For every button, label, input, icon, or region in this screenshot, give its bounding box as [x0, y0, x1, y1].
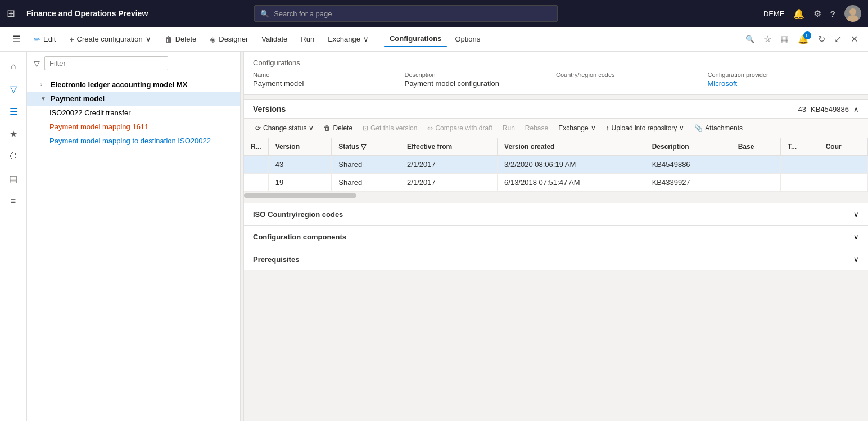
hamburger-btn[interactable]: ☰ [7, 30, 26, 48]
help-icon[interactable]: ? [830, 9, 835, 19]
expand-icon[interactable]: ⤢ [831, 30, 845, 48]
config-col-description: Description Payment model configuration [405, 71, 557, 88]
config-provider-value[interactable]: Microsoft [708, 79, 851, 88]
config-desc-value: Payment model configuration [405, 79, 548, 88]
change-status-chevron-icon: ∨ [309, 124, 314, 132]
exchange-button[interactable]: Exchange ∨ [322, 31, 374, 47]
bookmark-icon[interactable]: ☆ [760, 30, 775, 48]
sidebar-home-btn[interactable]: ⌂ [3, 56, 24, 76]
tree-filter-input[interactable] [44, 56, 168, 70]
table-row[interactable]: 19Shared2/1/20176/13/2018 07:51:47 AMKB4… [244, 174, 868, 192]
versions-collapse-icon[interactable]: ∧ [853, 105, 859, 114]
tree-item-4[interactable]: Payment model mapping to destination ISO… [27, 134, 240, 148]
versions-delete-icon: 🗑 [324, 124, 331, 132]
config-components-header[interactable]: Configuration components ∨ [244, 226, 868, 248]
tree-content: › Electronic ledger accounting model MX … [27, 75, 240, 421]
search-input[interactable] [274, 10, 551, 18]
versions-panel: Versions 43 KB4549886 ∧ ⟳ Change status … [244, 99, 868, 198]
iso-country-chevron-icon: ∨ [853, 210, 859, 219]
delete-button[interactable]: 🗑 Delete [159, 31, 202, 47]
svg-point-0 [849, 8, 856, 15]
table-cell-1-1: 19 [268, 174, 332, 192]
sync-icon: ⟳ [255, 124, 261, 132]
sidebar-nav-btn[interactable]: ☰ [3, 101, 24, 121]
table-cell-0-1: 43 [268, 156, 332, 174]
create-configuration-button[interactable]: + Create configuration ∨ [64, 31, 156, 47]
tree-item-1[interactable]: ▼ Payment model [27, 92, 240, 106]
config-name-label: Name [253, 71, 396, 78]
upload-repository-button[interactable]: ↑ Upload into repository ∨ [602, 122, 689, 134]
sidebar-table-btn[interactable]: ▤ [3, 169, 24, 189]
versions-exchange-button[interactable]: Exchange ∨ [554, 122, 600, 134]
tree-item-2[interactable]: ISO20022 Credit transfer [27, 106, 240, 120]
config-desc-label: Description [405, 71, 548, 78]
versions-delete-button[interactable]: 🗑 Delete [319, 122, 357, 134]
content-area: Configurations Name Payment model Descri… [244, 52, 868, 421]
app-grid-icon[interactable]: ⊞ [7, 7, 15, 20]
versions-badge-kb: KB4549886 [811, 105, 849, 114]
prerequisites-title: Prerequisites [253, 255, 299, 264]
designer-button[interactable]: ◈ Designer [204, 31, 254, 47]
refresh-icon[interactable]: ↻ [815, 30, 829, 48]
rebase-button[interactable]: Rebase [521, 122, 553, 134]
iso-country-section: ISO Country/region codes ∨ [244, 203, 868, 225]
tree-item-0[interactable]: › Electronic ledger accounting model MX [27, 78, 240, 92]
col-header-status: Status ▽ [332, 138, 400, 156]
compare-icon: ⇔ [427, 124, 433, 132]
iso-country-title: ISO Country/region codes [253, 210, 343, 219]
col-header-created: Version created [498, 138, 645, 156]
run-button[interactable]: Run [295, 31, 320, 47]
sidebar-clock-btn[interactable]: ⏱ [3, 146, 24, 166]
prerequisites-section: Prerequisites ∨ [244, 248, 868, 270]
paperclip-icon: 📎 [694, 124, 703, 132]
iso-country-header[interactable]: ISO Country/region codes ∨ [244, 203, 868, 225]
config-col-name: Name Payment model [253, 71, 405, 88]
prerequisites-header[interactable]: Prerequisites ∨ [244, 248, 868, 270]
config-components-section: Configuration components ∨ [244, 225, 868, 248]
tree-label-1: Payment model [51, 94, 105, 103]
configurations-nav-button[interactable]: Configurations [384, 31, 447, 47]
attachments-button[interactable]: 📎 Attachments [690, 122, 747, 134]
horizontal-scrollbar[interactable] [244, 192, 868, 198]
prerequisites-chevron-icon: ∨ [853, 255, 859, 264]
status-filter-icon[interactable]: ▽ [361, 143, 366, 151]
global-search-bar[interactable]: 🔍 [254, 5, 558, 22]
table-cell-1-6 [731, 174, 780, 192]
tree-label-3: Payment model mapping 1611 [49, 123, 148, 131]
get-this-version-button[interactable]: ⊡ Get this version [358, 122, 422, 134]
edit-button[interactable]: ✏ Edit [28, 31, 61, 47]
table-cell-1-2: Shared [332, 174, 400, 192]
sidebar-list-btn[interactable]: ≡ [3, 191, 24, 211]
config-components-title: Configuration components [253, 233, 346, 241]
options-nav-button[interactable]: Options [449, 31, 486, 47]
versions-badge-number: 43 [798, 105, 806, 114]
gear-icon[interactable]: ⚙ [813, 8, 821, 19]
change-status-button[interactable]: ⟳ Change status ∨ [251, 122, 318, 134]
edit-icon: ✏ [34, 35, 40, 44]
toolbar-divider [379, 33, 379, 46]
validate-button[interactable]: Validate [256, 31, 293, 47]
sidebar-filter-btn[interactable]: ▽ [3, 79, 24, 99]
panel-divider[interactable] [241, 52, 244, 421]
bell-icon[interactable]: 🔔 [793, 8, 804, 19]
tree-label-0: Electronic ledger accounting model MX [51, 80, 187, 89]
compare-with-draft-button[interactable]: ⇔ Compare with draft [423, 122, 496, 134]
sidebar-star-btn[interactable]: ★ [3, 124, 24, 144]
user-avatar[interactable] [844, 5, 861, 22]
table-cell-1-8 [819, 174, 867, 192]
designer-icon: ◈ [210, 35, 216, 44]
versions-run-button[interactable]: Run [498, 122, 519, 134]
tree-filter-area: ▽ [27, 52, 240, 75]
tree-panel: ▽ › Electronic ledger accounting model M… [27, 52, 241, 421]
table-cell-0-3: 2/1/2017 [400, 156, 498, 174]
col-header-base: Base [731, 138, 780, 156]
toolbar-search-icon[interactable]: 🔍 [742, 31, 758, 47]
columns-icon[interactable]: ▦ [777, 30, 792, 48]
table-cell-0-6 [731, 156, 780, 174]
table-cell-0-7 [781, 156, 819, 174]
close-icon[interactable]: ✕ [847, 30, 861, 48]
tree-item-3[interactable]: Payment model mapping 1611 [27, 120, 240, 134]
col-header-description: Description [645, 138, 731, 156]
table-cell-1-7 [781, 174, 819, 192]
table-row[interactable]: 43Shared2/1/20173/2/2020 08:06:19 AMKB45… [244, 156, 868, 174]
